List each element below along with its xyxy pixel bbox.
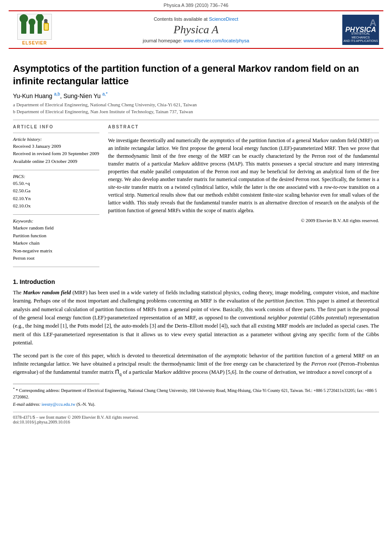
keywords-section: Keywords: Markov random field Partition …: [13, 218, 99, 262]
elsevier-logo-image: [17, 14, 52, 40]
footnote-star: * * Corresponding address: Department of…: [13, 387, 379, 400]
journal-title: Physica A: [56, 23, 336, 36]
divider-pacs: [13, 170, 99, 170]
svg-rect-8: [45, 24, 48, 30]
divider-keywords: [13, 214, 99, 215]
footnote-divider: [13, 384, 99, 384]
physica-logo-box: PHYSICA STATISTICAL MECHANICSAND ITS APP…: [342, 15, 379, 45]
history-available: Available online 23 October 2009: [13, 158, 99, 166]
citation-header: Physica A 389 (2010) 736–746: [0, 0, 392, 9]
abstract-text: We investigate theoretically and numeric…: [108, 137, 379, 224]
pacs-section: PACS: 05.50.+q02.50.Ga02.10.Yn02.10.Ox: [13, 174, 99, 210]
abstract-column: ABSTRACT We investigate theoretically an…: [108, 124, 379, 271]
svg-point-4: [29, 19, 35, 25]
abstract-label: ABSTRACT: [108, 124, 379, 129]
contents-line: Contents lists available at ScienceDirec…: [56, 16, 336, 22]
copyright-text: © 2009 Elsevier B.V. All rights reserved…: [108, 217, 379, 224]
divider-abstract: [108, 133, 379, 133]
authors-line: Yu-Kun Huang a,b, Sung-Nien Yu a,*: [13, 92, 379, 99]
right-logo-area: PHYSICA STATISTICAL MECHANICSAND ITS APP…: [336, 15, 379, 45]
article-info-label: ARTICLE INFO: [13, 124, 99, 129]
pacs-label: PACS:: [13, 174, 99, 179]
introduction-section: 1. Introduction The Markov random field …: [13, 278, 379, 378]
svg-point-2: [19, 14, 28, 23]
divider-article-info: [13, 133, 99, 133]
keywords-list: Markov random field Partition function M…: [13, 224, 99, 262]
elsevier-logo-area: ELSEVIER: [13, 14, 56, 45]
bottom-info: 0378-4371/$ – see front matter © 2009 El…: [13, 412, 379, 424]
affiliation-a: a Department of Electrical Engineering, …: [13, 101, 379, 108]
intro-paragraph-2: The second part is the core of this pape…: [13, 352, 379, 378]
svg-point-9: [44, 19, 48, 22]
citation-text: Physica A 389 (2010) 736–746: [164, 3, 229, 8]
two-column-layout: ARTICLE INFO Article history: Received 3…: [13, 124, 379, 271]
intro-paragraph-1: The Markov random field (MRF) has been u…: [13, 289, 379, 347]
svg-rect-10: [44, 22, 48, 23]
article-history: Article history: Received 3 January 2009…: [13, 137, 99, 166]
footnote-email: E-mail address: ieesny@ccu.edu.tw (S.-N.…: [13, 401, 379, 408]
article-title: Asymptotics of the partition function of…: [13, 63, 379, 87]
article-info-column: ARTICLE INFO Article history: Received 3…: [13, 124, 99, 271]
affiliation-b: b Department of Electrical Engineering, …: [13, 108, 379, 115]
divider-after-affiliations: [13, 120, 379, 120]
email-link[interactable]: ieesny@ccu.edu.tw: [41, 402, 75, 407]
footnote-area: * * Corresponding address: Department of…: [13, 387, 379, 408]
journal-banner: ELSEVIER Contents lists available at Sci…: [9, 10, 383, 49]
sciencedirect-link[interactable]: ScienceDirect: [209, 16, 238, 22]
elsevier-text: ELSEVIER: [22, 41, 47, 45]
issn-line: 0378-4371/$ – see front matter © 2009 El…: [13, 415, 379, 420]
divider-end-info: [13, 267, 99, 267]
history-label: Article history:: [13, 137, 99, 142]
affiliations: a Department of Electrical Engineering, …: [13, 101, 379, 115]
journal-center-info: Contents lists available at ScienceDirec…: [56, 16, 336, 43]
history-revised: Received in revised form 20 September 20…: [13, 150, 99, 158]
history-received: Received 3 January 2009: [13, 143, 99, 150]
main-content: Asymptotics of the partition function of…: [0, 51, 392, 433]
journal-homepage-link[interactable]: www.elsevier.com/locate/physa: [183, 38, 249, 43]
doi-line: doi:10.1016/j.physa.2009.10.016: [13, 420, 379, 424]
pacs-codes: 05.50.+q02.50.Ga02.10.Yn02.10.Ox: [13, 180, 99, 210]
keywords-label: Keywords:: [13, 218, 99, 223]
homepage-line: journal homepage: www.elsevier.com/locat…: [56, 38, 336, 43]
intro-heading: 1. Introduction: [13, 278, 379, 285]
